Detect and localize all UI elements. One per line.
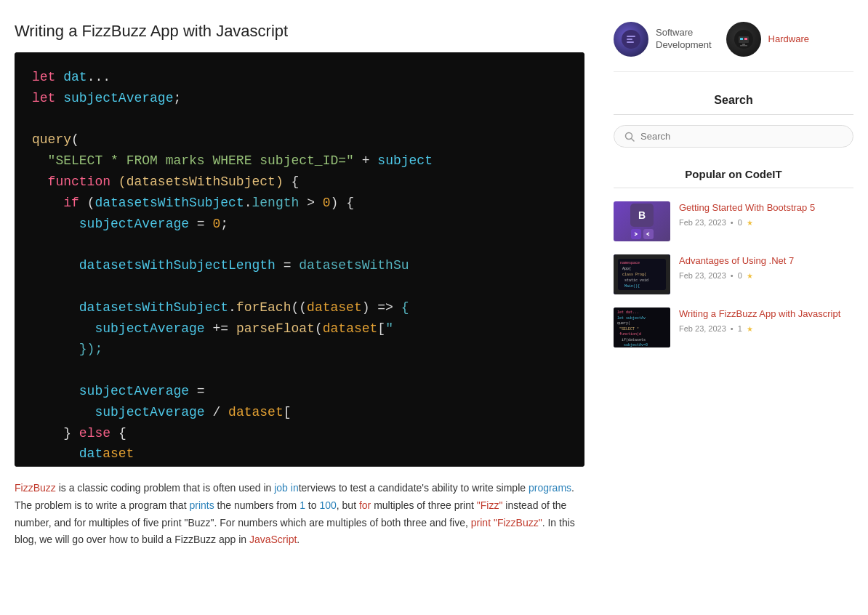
programs-link[interactable]: programs [529,482,571,494]
svg-rect-1 [627,36,635,37]
hero-image: let dat... let subjectAverage; query( "S… [15,52,584,467]
dotnet-thumb-bg: using System; namespace App{ class Prog{… [614,254,670,294]
print-link[interactable]: print "FizzBuzz" [471,517,542,528]
dotnet-views: 0 [738,271,742,280]
bootstrap-chevron2 [646,231,651,237]
popular-thumb-fizzbuzz: let dat... let subjectAv query( "SELECT … [614,308,670,347]
bootstrap-thumb-bg: B [614,201,670,241]
search-section: Search [614,94,853,148]
software-label: SoftwareDevelopment [656,27,712,52]
popular-item-dotnet: using System; namespace App{ class Prog{… [614,254,853,294]
job-link[interactable]: job [274,482,288,494]
bootstrap-views: 0 [738,218,742,227]
bootstrap-chevron [633,231,639,237]
software-icon [621,29,641,49]
article-body: FizzBuzz is a classic coding problem tha… [15,480,584,549]
hardware-label: Hardware [768,33,809,46]
bootstrap-dot: • [731,218,734,227]
svg-rect-3 [627,41,634,43]
fizzbuzz-dot: • [731,324,734,333]
dotnet-screen: using System; namespace App{ class Prog{… [618,259,666,290]
article-title: Writing a FizzBuzz App with Javascript [15,22,584,41]
search-input[interactable] [640,131,843,142]
for-link[interactable]: for [359,499,371,511]
prints-link[interactable]: prints [189,499,214,511]
javascript-link[interactable]: JavaScript [249,534,297,545]
hardware-avatar [726,22,761,57]
software-avatar [614,22,648,57]
bootstrap-box2 [643,229,654,239]
search-title: Search [614,94,853,115]
main-content: Writing a FizzBuzz App with Javascript l… [15,22,584,549]
hardware-icon [734,29,754,49]
bootstrap-box1 [631,229,641,239]
fizzbuzz-views: 1 [738,324,742,333]
bootstrap-star-icon: ★ [747,219,753,227]
hundred-link[interactable]: 100 [319,499,336,511]
sidebar-item-hardware[interactable]: Hardware [726,22,809,57]
sidebar-item-software[interactable]: SoftwareDevelopment [614,22,712,57]
dotnet-date: Feb 23, 2023 [679,271,726,280]
popular-item-fizzbuzz: let dat... let subjectAv query( "SELECT … [614,308,853,347]
dotnet-monitor: using System; namespace App{ class Prog{… [614,254,670,294]
bootstrap-meta: Feb 23, 2023 • 0 ★ [679,218,853,227]
svg-rect-9 [740,45,747,47]
page-wrapper: Writing a FizzBuzz App with Javascript l… [0,0,868,571]
svg-rect-6 [740,38,743,40]
dotnet-code: using System; namespace App{ class Prog{… [618,259,666,290]
dotnet-meta: Feb 23, 2023 • 0 ★ [679,271,853,280]
popular-item-bootstrap: B Getting St [614,201,853,241]
svg-line-11 [632,138,635,141]
popular-section: Popular on CodeIT B [614,168,853,347]
one-link[interactable]: 1 [300,499,305,511]
popular-item-content-bootstrap: Getting Started With Bootstrap 5 Feb 23,… [679,201,853,227]
interviews-link[interactable]: in [291,482,299,494]
fizzbuzz-link[interactable]: FizzBuzz [15,482,56,494]
software-avatar-img [614,22,648,57]
search-icon [624,132,635,142]
sidebar-categories: SoftwareDevelopment [614,22,853,72]
code-display: let dat... let subjectAverage; query( "S… [15,52,584,467]
popular-thumb-bootstrap: B [614,201,670,241]
bootstrap-b-icon: B [630,204,654,227]
dotnet-star-icon: ★ [747,272,753,280]
fizzbuzz-popular-title[interactable]: Writing a FizzBuzz App with Javascript [679,308,853,321]
sidebar: SoftwareDevelopment [614,22,853,549]
popular-title: Popular on CodeIT [614,168,853,188]
bootstrap-date: Feb 23, 2023 [679,218,726,227]
fizzbuzz-date: Feb 23, 2023 [679,324,726,333]
search-box [614,125,853,148]
dotnet-title[interactable]: Advantages of Using .Net 7 [679,254,853,268]
svg-rect-7 [744,38,747,40]
hardware-avatar-img [726,22,761,57]
popular-item-content-fizzbuzz: Writing a FizzBuzz App with Javascript F… [679,308,853,333]
popular-thumb-dotnet: using System; namespace App{ class Prog{… [614,254,670,294]
fizzbuzz-star-icon: ★ [747,325,753,333]
svg-rect-8 [742,44,745,45]
fizzbuzz-thumb-bg: let dat... let subjectAv query( "SELECT … [614,308,670,347]
svg-rect-2 [627,39,632,40]
fizzbuzz-code-lines: let dat... let subjectAv query( "SELECT … [614,308,670,347]
bootstrap-title[interactable]: Getting Started With Bootstrap 5 [679,201,853,214]
popular-item-content-dotnet: Advantages of Using .Net 7 Feb 23, 2023 … [679,254,853,280]
dotnet-dot: • [731,271,734,280]
fizzbuzz-meta: Feb 23, 2023 • 1 ★ [679,324,853,333]
